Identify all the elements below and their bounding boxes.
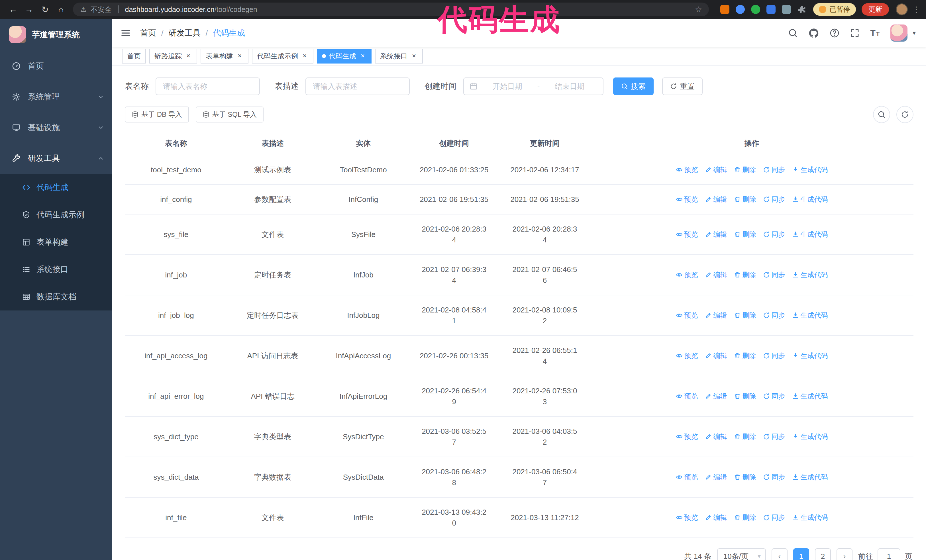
sidebar-subitem-system-api[interactable]: 系统接口 [0,256,112,283]
close-icon[interactable]: × [410,53,418,60]
preview-link[interactable]: 预览 [676,269,698,280]
edit-link[interactable]: 编辑 [705,472,727,483]
preview-link[interactable]: 预览 [676,391,698,402]
extension-icon[interactable] [736,5,745,14]
generate-code-link[interactable]: 生成代码 [792,165,828,175]
next-page-button[interactable]: › [837,548,852,560]
preview-link[interactable]: 预览 [676,472,698,483]
refresh-table-button[interactable] [896,106,914,123]
browser-update-button[interactable]: 更新 [862,3,889,16]
hamburger-icon[interactable] [121,28,130,38]
browser-back-icon[interactable]: ← [6,2,21,17]
sync-link[interactable]: 同步 [763,472,785,483]
sidebar-logo[interactable]: 芋道管理系统 [0,19,112,51]
delete-link[interactable]: 删除 [734,165,756,175]
sidebar-item-home[interactable]: 首页 [0,51,112,82]
page-number-1[interactable]: 1 [793,548,809,560]
delete-link[interactable]: 删除 [734,350,756,361]
preview-link[interactable]: 预览 [676,431,698,442]
tab-codegen[interactable]: 代码生成× [317,49,372,63]
help-icon[interactable] [830,28,840,38]
edit-link[interactable]: 编辑 [705,431,727,442]
preview-link[interactable]: 预览 [676,512,698,523]
edit-link[interactable]: 编辑 [705,229,727,240]
prev-page-button[interactable]: ‹ [772,548,788,560]
tab-system-api[interactable]: 系统接口× [375,49,423,63]
search-button[interactable]: 搜索 [613,77,654,95]
edit-link[interactable]: 编辑 [705,165,727,175]
delete-link[interactable]: 删除 [734,431,756,442]
page-number-2[interactable]: 2 [815,548,831,560]
close-icon[interactable]: × [359,53,366,60]
edit-link[interactable]: 编辑 [705,194,727,205]
generate-code-link[interactable]: 生成代码 [792,310,828,321]
extension-icon[interactable] [720,5,729,14]
edit-link[interactable]: 编辑 [705,391,727,402]
delete-link[interactable]: 删除 [734,229,756,240]
edit-link[interactable]: 编辑 [705,512,727,523]
generate-code-link[interactable]: 生成代码 [792,194,828,205]
sync-link[interactable]: 同步 [763,350,785,361]
paused-badge[interactable]: 已暂停 [813,3,856,16]
tab-codegen-example[interactable]: 代码生成示例× [252,49,313,63]
create-time-range-picker[interactable]: 开始日期 - 结束日期 [463,77,604,95]
sync-link[interactable]: 同步 [763,229,785,240]
generate-code-link[interactable]: 生成代码 [792,269,828,280]
tab-form-builder[interactable]: 表单构建× [201,49,248,63]
user-avatar[interactable] [890,24,908,42]
sync-link[interactable]: 同步 [763,165,785,175]
edit-link[interactable]: 编辑 [705,350,727,361]
sidebar-item-dev-tools[interactable]: 研发工具 [0,143,112,174]
table-desc-input[interactable] [306,77,410,95]
browser-profile-avatar[interactable] [896,3,908,15]
font-size-icon[interactable]: TT [870,28,879,38]
page-size-select[interactable]: 10条/页 ▾ [717,548,766,560]
generate-code-link[interactable]: 生成代码 [792,350,828,361]
close-icon[interactable]: × [236,53,243,60]
sidebar-item-infrastructure[interactable]: 基础设施 [0,112,112,143]
preview-link[interactable]: 预览 [676,229,698,240]
close-icon[interactable]: × [185,53,192,60]
sync-link[interactable]: 同步 [763,194,785,205]
table-name-input[interactable] [156,77,260,95]
browser-home-icon[interactable]: ⌂ [54,2,68,17]
browser-forward-icon[interactable]: → [22,2,36,17]
breadcrumb-dev-tools[interactable]: 研发工具 [169,28,201,38]
bookmark-star-icon[interactable]: ☆ [690,5,707,14]
generate-code-link[interactable]: 生成代码 [792,431,828,442]
caret-down-icon[interactable]: ▾ [912,29,916,37]
preview-link[interactable]: 预览 [676,165,698,175]
delete-link[interactable]: 删除 [734,194,756,205]
import-sql-button[interactable]: 基于 SQL 导入 [196,107,263,122]
github-icon[interactable] [809,28,819,38]
delete-link[interactable]: 删除 [734,269,756,280]
address-bar[interactable]: ⚠ 不安全 dashboard.yudao.iocoder.cn/tool/co… [73,3,709,16]
browser-menu-icon[interactable]: ⋮ [912,5,920,14]
sidebar-subitem-form-builder[interactable]: 表单构建 [0,228,112,256]
toggle-search-button[interactable] [873,106,890,123]
preview-link[interactable]: 预览 [676,194,698,205]
edit-link[interactable]: 编辑 [705,310,727,321]
delete-link[interactable]: 删除 [734,310,756,321]
preview-link[interactable]: 预览 [676,350,698,361]
generate-code-link[interactable]: 生成代码 [792,472,828,483]
breadcrumb-home[interactable]: 首页 [140,28,156,38]
preview-link[interactable]: 预览 [676,310,698,321]
extension-icon[interactable] [782,5,791,14]
sync-link[interactable]: 同步 [763,512,785,523]
delete-link[interactable]: 删除 [734,512,756,523]
extension-icon[interactable] [766,5,776,14]
search-icon[interactable] [788,28,798,38]
sidebar-item-system-management[interactable]: 系统管理 [0,82,112,112]
fullscreen-icon[interactable] [850,29,859,38]
edit-link[interactable]: 编辑 [705,269,727,280]
close-icon[interactable]: × [301,53,308,60]
sync-link[interactable]: 同步 [763,310,785,321]
sidebar-subitem-codegen-example[interactable]: 代码生成示例 [0,201,112,228]
generate-code-link[interactable]: 生成代码 [792,229,828,240]
extensions-puzzle-icon[interactable] [797,5,806,14]
browser-reload-icon[interactable]: ↻ [38,2,53,17]
tab-trace[interactable]: 链路追踪× [149,49,197,63]
sync-link[interactable]: 同步 [763,431,785,442]
sync-link[interactable]: 同步 [763,391,785,402]
